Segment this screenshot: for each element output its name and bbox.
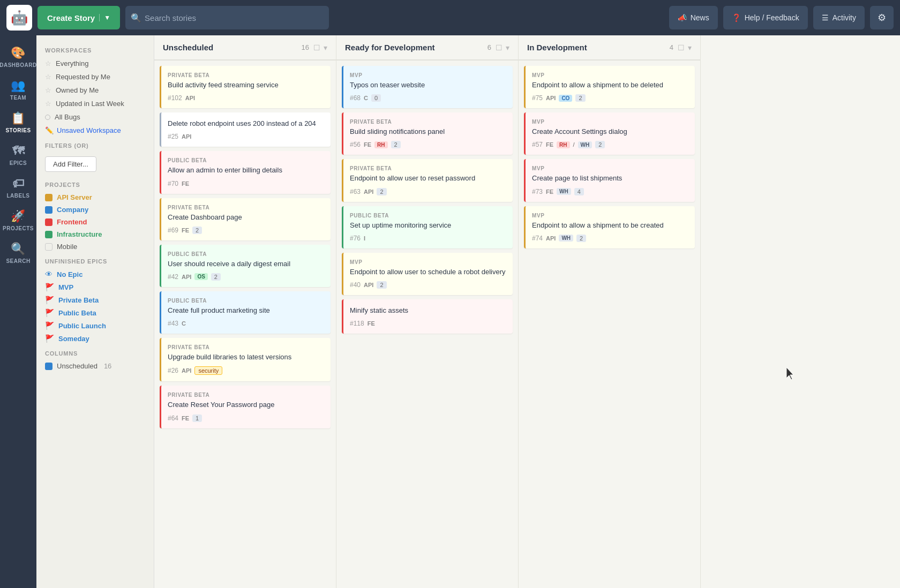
card-project: I: [364, 235, 365, 242]
card-id: #76: [350, 235, 361, 242]
card-project: API: [182, 274, 191, 280]
card-42[interactable]: PUBLIC BETA User should receive a daily …: [160, 245, 331, 287]
activity-button[interactable]: ☰ Activity: [813, 6, 865, 29]
card-project: FE: [182, 415, 189, 421]
card-id: #57: [532, 141, 543, 148]
card-69[interactable]: PRIVATE BETA Create Dashboard page #69 F…: [160, 198, 331, 240]
card-118[interactable]: Minify static assets #118 FE: [342, 299, 513, 334]
card-102[interactable]: PRIVATE BETA Build activity feed streami…: [160, 66, 331, 108]
project-api[interactable]: API Server: [36, 191, 154, 203]
card-title: Create page to list shipments: [532, 174, 688, 183]
epic-public-launch-label: Public Launch: [58, 322, 106, 330]
project-mobile-label: Mobile: [57, 243, 77, 251]
card-74[interactable]: MVP Endpoint to allow a shipment to be c…: [524, 206, 695, 248]
card-title: Delete robot endpoint uses 200 instead o…: [168, 119, 324, 129]
search-icon: 🔍: [131, 13, 141, 23]
security-tag: security: [194, 366, 222, 375]
epic-public-beta[interactable]: 🚩 Public Beta: [36, 306, 154, 319]
card-count: 2: [377, 281, 386, 289]
column-unscheduled-item[interactable]: Unscheduled 16: [36, 360, 154, 372]
sidebar-item-requested-by-me[interactable]: ☆ Requested by Me: [36, 70, 154, 84]
sidebar-item-stories[interactable]: 📋 STORIES: [2, 107, 34, 138]
column-checkbox-icon[interactable]: ☐: [313, 43, 320, 52]
card-43[interactable]: PUBLIC BETA Create full product marketin…: [160, 291, 331, 334]
project-frontend[interactable]: Frontend: [36, 216, 154, 228]
project-checkbox-api[interactable]: [45, 194, 52, 201]
card-id: #70: [168, 180, 178, 187]
epic-public-launch[interactable]: 🚩 Public Launch: [36, 319, 154, 332]
epic-no-epic[interactable]: 👁 No Epic: [36, 268, 154, 281]
card-meta: #26 API security: [168, 366, 324, 375]
project-mobile[interactable]: Mobile: [36, 240, 154, 253]
column-menu-icon[interactable]: ▾: [688, 43, 692, 52]
sidebar-item-team[interactable]: 👥 TEAM: [2, 74, 34, 105]
column-count-in-dev: 4: [670, 43, 673, 51]
add-filter-button[interactable]: Add Filter...: [45, 156, 96, 172]
epic-mvp[interactable]: 🚩 MVP: [36, 281, 154, 293]
card-75[interactable]: MVP Endpoint to allow a shipment to be d…: [524, 66, 695, 108]
settings-button[interactable]: ⚙: [870, 6, 894, 29]
card-76[interactable]: PUBLIC BETA Set up uptime monitoring ser…: [342, 206, 513, 248]
project-company[interactable]: Company: [36, 203, 154, 216]
card-73[interactable]: MVP Create page to list shipments #73 FE…: [524, 159, 695, 201]
column-menu-icon[interactable]: ▾: [506, 43, 509, 52]
card-id: #69: [168, 227, 178, 234]
sidebar-item-owned-by-me[interactable]: ☆ Owned by Me: [36, 84, 154, 97]
card-57[interactable]: MVP Create Account Settings dialog #57 F…: [524, 112, 695, 155]
project-checkbox-infrastructure[interactable]: [45, 231, 52, 238]
news-button[interactable]: 📣 News: [669, 6, 718, 29]
search-input[interactable]: [125, 6, 329, 29]
sidebar-item-dashboard[interactable]: 🎨 DASHBOARD: [2, 42, 34, 72]
epic-private-beta[interactable]: 🚩 Private Beta: [36, 293, 154, 306]
project-checkbox-company[interactable]: [45, 206, 52, 214]
card-meta: #102 API: [168, 94, 324, 102]
card-meta: #56 FE RH 2: [350, 141, 506, 148]
card-title: Set up uptime monitoring service: [350, 221, 506, 230]
sidebar-item-epics[interactable]: 🗺 EPICS: [2, 140, 34, 170]
card-project: API: [546, 95, 556, 101]
card-project: C: [364, 95, 368, 101]
project-infrastructure[interactable]: Infrastructure: [36, 228, 154, 240]
card-meta: #64 FE 1: [168, 414, 324, 422]
card-count: 2: [576, 235, 586, 242]
epic-private-beta-label: Private Beta: [58, 296, 99, 304]
sidebar-item-everything[interactable]: ☆ Everything: [36, 57, 154, 70]
unsaved-workspace-link[interactable]: ✏️ Unsaved Workspace: [36, 124, 154, 137]
column-checkbox-icon[interactable]: ☐: [496, 43, 502, 52]
card-id: #118: [350, 320, 364, 327]
sidebar-item-projects[interactable]: 🚀 PROJECTS: [2, 205, 34, 236]
project-frontend-label: Frontend: [57, 218, 87, 226]
epic-someday[interactable]: 🚩 Someday: [36, 332, 154, 345]
sidebar-item-updated-last-week[interactable]: ☆ Updated in Last Week: [36, 97, 154, 110]
card-meta: #42 API OS 2: [168, 273, 324, 281]
card-25[interactable]: Delete robot endpoint uses 200 instead o…: [160, 112, 331, 147]
create-story-button[interactable]: Create Story ▼: [38, 6, 120, 29]
project-checkbox-mobile[interactable]: [45, 243, 52, 251]
card-epic: MVP: [532, 72, 688, 78]
sidebar-item-labels[interactable]: 🏷 LABELS: [2, 172, 34, 203]
news-icon: 📣: [678, 13, 687, 22]
epic-mvp-label: MVP: [58, 283, 73, 291]
flag-icon: 🚩: [45, 321, 54, 330]
sidebar-item-all-bugs[interactable]: All Bugs: [36, 110, 154, 124]
card-id: #56: [350, 141, 361, 148]
column-checkbox-unscheduled[interactable]: [45, 363, 52, 370]
project-company-label: Company: [57, 206, 88, 214]
card-63[interactable]: PRIVATE BETA Endpoint to allow user to r…: [342, 159, 513, 201]
project-checkbox-frontend[interactable]: [45, 218, 52, 226]
sidebar-item-search[interactable]: 🔍 SEARCH: [2, 238, 34, 268]
card-70[interactable]: PUBLIC BETA Allow an admin to enter bill…: [160, 151, 331, 193]
card-26[interactable]: PRIVATE BETA Upgrade build libraries to …: [160, 338, 331, 381]
avatar-wh: WH: [578, 141, 592, 148]
topnav: 🤖 Create Story ▼ 🔍 📣 News ❓ Help / Feedb…: [0, 0, 900, 35]
column-menu-icon[interactable]: ▾: [324, 43, 327, 52]
avatar-os: OS: [194, 273, 207, 280]
card-64[interactable]: PRIVATE BETA Create Reset Your Password …: [160, 386, 331, 428]
card-68[interactable]: MVP Typos on teaser website #68 C 0: [342, 66, 513, 108]
dashboard-icon: 🎨: [11, 46, 26, 60]
card-meta: #73 FE WH 4: [532, 188, 688, 195]
help-button[interactable]: ❓ Help / Feedback: [723, 6, 808, 29]
card-40[interactable]: MVP Endpoint to allow user to schedule a…: [342, 253, 513, 295]
card-56[interactable]: PRIVATE BETA Build sliding notifications…: [342, 112, 513, 155]
column-checkbox-icon[interactable]: ☐: [678, 43, 685, 52]
